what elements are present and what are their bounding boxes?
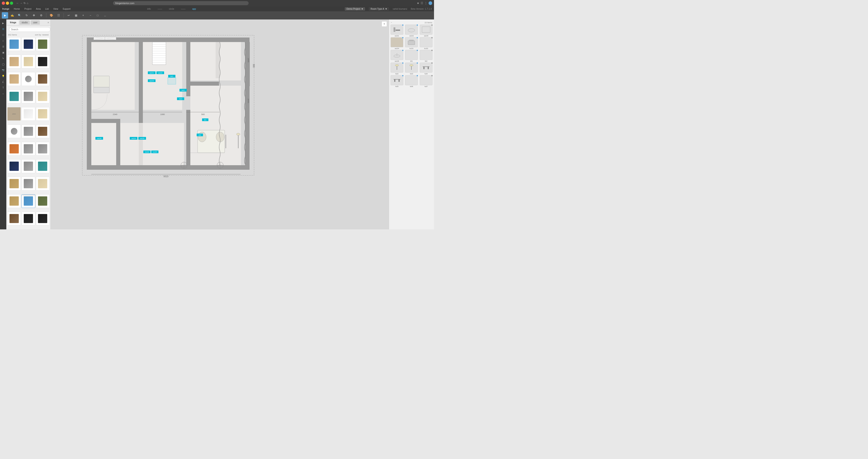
list-item[interactable]: photo: [7, 107, 21, 121]
right-item[interactable]: × sa103: [419, 25, 433, 37]
settings-btn[interactable]: ⋮: [425, 2, 427, 5]
canvas-close-btn[interactable]: +: [381, 21, 387, 27]
right-item[interactable]: sa106: [390, 50, 404, 62]
list-item[interactable]: [22, 142, 35, 155]
cursor-tool[interactable]: ▶: [2, 12, 8, 19]
right-item[interactable]: × li02: [419, 50, 433, 62]
list-item[interactable]: [36, 107, 50, 121]
rail-measure[interactable]: ⎳: [0, 79, 6, 85]
user-avatar[interactable]: [429, 1, 432, 5]
rail-photo[interactable]: 📷: [0, 67, 6, 73]
right-item[interactable]: fu101: [405, 37, 418, 49]
list-item[interactable]: [22, 37, 35, 51]
nav-home[interactable]: Home: [14, 8, 20, 10]
list-item[interactable]: [22, 90, 35, 103]
address-bar[interactable]: fringeinterior.com: [113, 1, 249, 5]
hand-tool[interactable]: ✍: [9, 12, 16, 19]
list-item[interactable]: [36, 159, 50, 173]
rotate-tool[interactable]: ↻: [24, 12, 30, 19]
snap-tool[interactable]: □: [94, 12, 101, 19]
right-item[interactable]: fu02: [390, 63, 404, 74]
right-item[interactable]: × fu07: [419, 75, 433, 87]
back-btn[interactable]: ←: [16, 2, 19, 5]
view-toggle[interactable]: ▦: [73, 12, 79, 19]
right-item[interactable]: fu06: [405, 75, 418, 87]
list-item[interactable]: [36, 212, 50, 225]
paint-tool[interactable]: 🎨: [48, 12, 55, 19]
project-btn[interactable]: Demo Project ▼: [345, 7, 365, 11]
list-item[interactable]: [36, 177, 50, 190]
zoom-out-tool[interactable]: −: [87, 12, 94, 19]
list-item[interactable]: [22, 125, 35, 138]
measure-tool[interactable]: ⎵: [102, 12, 108, 19]
right-panel-close-btn[interactable]: −: [391, 21, 392, 24]
bookmark-btn[interactable]: ★: [417, 2, 419, 5]
list-item[interactable]: [36, 90, 50, 103]
right-item[interactable]: fu05: [390, 75, 404, 87]
rail-layers[interactable]: ☰: [0, 44, 6, 49]
list-item[interactable]: [7, 194, 21, 208]
list-item[interactable]: [22, 72, 35, 86]
list-item[interactable]: [7, 125, 21, 138]
list-item[interactable]: [36, 55, 50, 68]
list-item[interactable]: [22, 177, 35, 190]
rail-library[interactable]: ☷: [0, 26, 6, 32]
rail-select[interactable]: ▶: [0, 20, 6, 26]
list-item[interactable]: [7, 37, 21, 51]
nav-support[interactable]: Support: [63, 8, 70, 10]
list-item[interactable]: [36, 37, 50, 51]
list-item[interactable]: [22, 159, 35, 173]
grid-tool[interactable]: ☷: [55, 12, 62, 19]
room-btn[interactable]: Room Type A ▼: [369, 7, 389, 11]
rail-pencil[interactable]: ✎: [0, 56, 6, 61]
list-item[interactable]: [7, 72, 21, 86]
right-item[interactable]: li01: [405, 50, 418, 62]
list-item[interactable]: [36, 72, 50, 86]
list-item[interactable]: [7, 142, 21, 155]
rail-dimension[interactable]: ↔: [0, 91, 6, 96]
rail-materials[interactable]: ▣: [0, 50, 6, 55]
rail-circle[interactable]: ◯: [0, 61, 6, 67]
nav-list[interactable]: List: [45, 8, 49, 10]
search-input[interactable]: [9, 27, 51, 32]
rail-text[interactable]: T: [0, 85, 6, 90]
home-btn[interactable]: ⌂: [27, 2, 28, 5]
list-item[interactable]: [7, 177, 21, 190]
close-btn[interactable]: [2, 2, 5, 5]
rail-room[interactable]: □: [0, 38, 6, 43]
nav-project[interactable]: Project: [24, 8, 31, 10]
panel-close-btn[interactable]: ×: [48, 21, 49, 24]
tab-fringe[interactable]: fringe: [8, 20, 19, 25]
list-item[interactable]: [7, 55, 21, 68]
list-item[interactable]: [36, 194, 50, 208]
right-item[interactable]: sa104: [390, 37, 404, 49]
right-item[interactable]: fu03: [405, 63, 418, 74]
canvas-area[interactable]: 5610 980 1080 2340 560 2000 1695: [51, 20, 389, 230]
rail-light[interactable]: 💡: [0, 73, 6, 79]
settings-tool[interactable]: ⚙: [38, 12, 44, 19]
minimize-btn[interactable]: [6, 2, 9, 5]
zoom-tool[interactable]: 🔍: [16, 12, 23, 19]
right-item[interactable]: × fu102: [419, 37, 433, 49]
list-item[interactable]: Pallone Armchair supplier: leolux: [22, 194, 35, 208]
tab-user[interactable]: user: [31, 20, 39, 25]
right-item[interactable]: × fu04: [419, 63, 433, 74]
list-item[interactable]: [7, 159, 21, 173]
right-item[interactable]: sa101: [390, 25, 404, 37]
move-tool[interactable]: ✥: [31, 12, 37, 19]
rail-build[interactable]: ⬡: [0, 32, 6, 37]
list-item[interactable]: [22, 55, 35, 68]
list-item[interactable]: [22, 107, 35, 121]
nav-area[interactable]: Area: [36, 8, 41, 10]
list-item[interactable]: [22, 212, 35, 225]
refresh-btn[interactable]: ↻: [24, 2, 26, 5]
extension-btn[interactable]: ☷: [421, 2, 423, 5]
list-item[interactable]: [36, 142, 50, 155]
list-item[interactable]: [7, 212, 21, 225]
list-item[interactable]: [36, 125, 50, 138]
zoom-in-tool[interactable]: +: [80, 12, 86, 19]
forward-btn[interactable]: →: [20, 2, 23, 5]
nav-view[interactable]: View: [53, 8, 58, 10]
undo-tool[interactable]: ↩: [66, 12, 72, 19]
maximize-btn[interactable]: [10, 2, 13, 5]
